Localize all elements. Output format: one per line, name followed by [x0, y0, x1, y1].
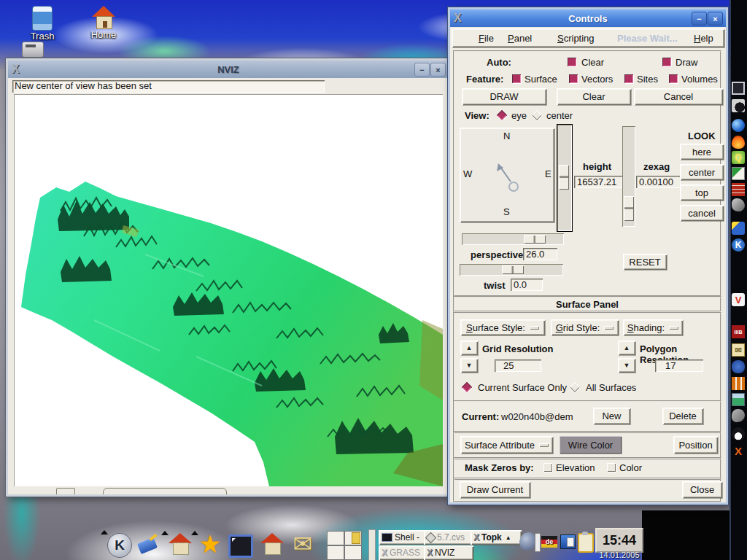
nviz-titlebar[interactable]: X NVIZ − ×	[8, 61, 449, 78]
document-leaf-icon[interactable]	[732, 167, 745, 180]
grid-style-dropdown[interactable]: Grid Style:	[551, 319, 619, 335]
feature-vectors-label[interactable]: Vectors	[581, 74, 613, 85]
reset-button[interactable]: RESET	[623, 254, 667, 270]
globe-icon[interactable]	[732, 119, 745, 132]
feature-sites-label[interactable]: Sites	[637, 74, 658, 85]
bricks-icon[interactable]	[732, 183, 745, 196]
current-surface-only-label[interactable]: Current Surface Only	[478, 382, 567, 393]
grid-res-input[interactable]: 25	[495, 359, 541, 372]
bank-icon[interactable]: IIIB	[732, 325, 745, 338]
task-shell[interactable]: Shell -	[379, 530, 427, 545]
v-browser-icon[interactable]: V	[732, 293, 745, 306]
mask-color-checkbox[interactable]	[607, 463, 616, 472]
clipped-button[interactable]	[103, 488, 227, 497]
close-button[interactable]: ×	[708, 12, 723, 26]
auto-draw-checkbox[interactable]	[662, 58, 671, 66]
pager-desktop-4[interactable]	[344, 545, 362, 560]
close-button[interactable]: ×	[430, 63, 446, 77]
minimize-button[interactable]: −	[414, 63, 430, 77]
dictionary-icon[interactable]	[732, 377, 745, 390]
menu-help[interactable]: Help	[694, 33, 713, 44]
x-exit-icon[interactable]: X	[732, 444, 745, 457]
linux-window-icon[interactable]	[732, 99, 745, 112]
feature-surface-label[interactable]: Surface	[525, 74, 557, 85]
poly-res-up-button[interactable]: ▲	[618, 341, 635, 355]
view-center-radio[interactable]	[532, 110, 542, 120]
clipped-checkbox[interactable]	[56, 488, 75, 497]
task-grass-version[interactable]: 5.7.cvs	[424, 530, 473, 545]
clear-button[interactable]: Clear	[557, 88, 631, 105]
elephant-icon[interactable]	[732, 360, 745, 373]
twist-slider[interactable]	[460, 264, 563, 276]
menu-file[interactable]: File	[479, 33, 494, 44]
draw-current-button[interactable]: Draw Current	[460, 481, 530, 498]
feature-volumes-checkbox[interactable]	[669, 74, 678, 83]
height-slider[interactable]	[557, 124, 573, 232]
feature-vectors-checkbox[interactable]	[569, 74, 578, 83]
task-grass[interactable]: X GRASS	[379, 545, 427, 560]
bird-icon[interactable]	[732, 198, 745, 211]
position-button[interactable]: Position	[673, 436, 718, 454]
all-surfaces-label[interactable]: All Surfaces	[586, 382, 636, 393]
close-surface-button[interactable]: Close	[682, 481, 722, 498]
auto-clear-checkbox[interactable]	[568, 58, 576, 66]
task-topk[interactable]: X Topk ▲	[471, 530, 522, 545]
kmenu-button[interactable]: K	[107, 533, 132, 558]
wire-color-button[interactable]: Wire Color	[560, 436, 622, 454]
menu-panel[interactable]: Panel	[508, 33, 532, 44]
twist-slider-thumb[interactable]	[502, 265, 524, 274]
app-window-icon[interactable]	[732, 393, 745, 406]
mask-color-label[interactable]: Color	[619, 462, 642, 473]
surface-attribute-dropdown[interactable]: Surface Attribute	[460, 436, 553, 454]
look-top-button[interactable]: top	[680, 184, 724, 201]
klipper-icon[interactable]	[578, 533, 594, 553]
pager-desktop-1[interactable]	[327, 531, 344, 545]
draw-button[interactable]: DRAW	[462, 88, 546, 105]
desktop-settings-button[interactable]	[137, 534, 159, 555]
nviz-3d-canvas[interactable]	[14, 94, 443, 486]
grid-res-down-button[interactable]: ▼	[460, 358, 478, 373]
feature-sites-checkbox[interactable]	[624, 74, 633, 83]
konqueror-home-button[interactable]	[260, 533, 285, 555]
compass-panel[interactable]: N S W E	[460, 128, 554, 222]
poly-res-input[interactable]: 17	[655, 359, 703, 372]
auto-clear-label[interactable]: Clear	[581, 57, 604, 68]
twist-input[interactable]: 0.0	[511, 279, 543, 291]
home-folder-button[interactable]	[168, 533, 193, 555]
look-center-button[interactable]: center	[680, 164, 724, 180]
auto-draw-label[interactable]: Draw	[676, 57, 697, 68]
zexag-slider-thumb[interactable]	[624, 196, 634, 221]
cancel-button[interactable]: Cancel	[634, 88, 723, 105]
pager-desktop-3[interactable]	[327, 545, 344, 560]
zexag-slider[interactable]	[622, 126, 635, 227]
perspective-slider[interactable]	[462, 233, 564, 245]
bookmark-star-button[interactable]: ★	[198, 531, 222, 557]
current-surface-only-radio[interactable]	[462, 382, 472, 392]
look-cancel-button[interactable]: cancel	[680, 205, 724, 221]
tray-creature-icon[interactable]	[519, 532, 535, 551]
flame-icon[interactable]	[732, 136, 745, 149]
view-center-label[interactable]: center	[546, 110, 573, 121]
desktop-icon-trash[interactable]: Trash	[20, 6, 64, 42]
tray-bar-icon[interactable]	[535, 533, 541, 552]
kmail-button[interactable]: ✉	[290, 531, 315, 557]
perspective-slider-thumb[interactable]	[524, 235, 546, 244]
menu-scripting[interactable]: Scripting	[557, 33, 595, 44]
feature-surface-checkbox[interactable]	[512, 74, 521, 83]
surface-style-dropdown[interactable]: Surface Style:	[460, 319, 545, 335]
qgis-icon[interactable]: Q	[732, 151, 745, 164]
paintbrush-icon[interactable]	[732, 222, 745, 235]
mask-elevation-checkbox[interactable]	[543, 463, 552, 472]
konsole-button[interactable]	[228, 534, 253, 558]
perspective-input[interactable]: 26.0	[523, 248, 557, 260]
keyboard-layout-indicator[interactable]: de	[541, 536, 557, 548]
tray-notes-icon[interactable]	[560, 534, 576, 549]
controls-titlebar[interactable]: X Controls − ×	[450, 9, 726, 27]
minimize-button[interactable]: −	[692, 12, 707, 26]
zexag-input[interactable]: 0.00100	[636, 176, 681, 188]
terminal-icon[interactable]	[732, 82, 745, 95]
new-button[interactable]: New	[593, 408, 630, 424]
shading-dropdown[interactable]: Shading:	[623, 319, 683, 335]
poly-res-down-button[interactable]: ▼	[618, 358, 635, 373]
tux-icon[interactable]	[732, 427, 745, 440]
